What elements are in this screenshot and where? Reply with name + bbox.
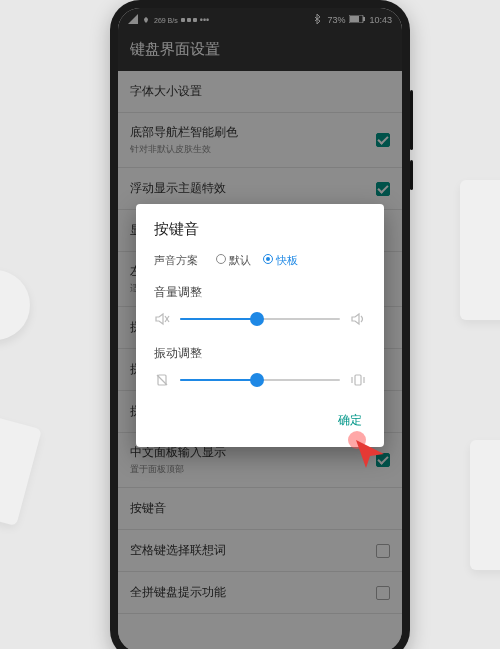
vibrate-slider-row	[154, 372, 366, 388]
desk-prop	[470, 440, 500, 570]
checkbox[interactable]	[376, 544, 390, 558]
sound-scheme-label: 声音方案	[154, 253, 198, 268]
setting-row[interactable]: 空格键选择联想词	[118, 530, 402, 572]
bluetooth-icon	[313, 14, 323, 26]
keysound-dialog: 按键音 声音方案 默认快板 音量调整 振动调整	[136, 204, 384, 447]
setting-label: 按键音	[130, 500, 390, 517]
setting-row[interactable]: 按键音	[118, 488, 402, 530]
signal-icon	[128, 14, 138, 26]
volume-button	[410, 90, 413, 150]
phone-screen: 269 B/s ••• 73% 10:43 键盘界面设置 字体大小设置底部导航栏…	[118, 8, 402, 649]
radio-label: 默认	[229, 254, 251, 266]
svg-rect-7	[355, 375, 361, 385]
desk-prop	[460, 180, 500, 320]
setting-label: 全拼键盘提示功能	[130, 584, 376, 601]
phone-frame: 269 B/s ••• 73% 10:43 键盘界面设置 字体大小设置底部导航栏…	[110, 0, 410, 649]
vibrate-label: 振动调整	[154, 345, 366, 362]
checkbox[interactable]	[376, 586, 390, 600]
ok-button[interactable]: 确定	[334, 406, 366, 435]
setting-label: 字体大小设置	[130, 83, 390, 100]
volume-slider-thumb[interactable]	[250, 312, 264, 326]
desk-prop	[0, 414, 42, 526]
svg-rect-2	[350, 16, 359, 22]
battery-icon	[349, 15, 365, 25]
dialog-title: 按键音	[154, 220, 366, 239]
radio-option[interactable]	[263, 254, 273, 264]
desk-prop	[0, 270, 30, 340]
volume-slider[interactable]	[180, 318, 340, 320]
vibrate-off-icon	[154, 372, 170, 388]
page-title: 键盘界面设置	[118, 30, 402, 71]
more-icon: •••	[200, 15, 209, 25]
mute-icon	[154, 311, 170, 327]
setting-sublabel: 针对非默认皮肤生效	[130, 143, 376, 156]
setting-row[interactable]: 底部导航栏智能刷色针对非默认皮肤生效	[118, 113, 402, 168]
setting-row[interactable]: 字体大小设置	[118, 71, 402, 113]
setting-label: 空格键选择联想词	[130, 542, 376, 559]
clock: 10:43	[369, 15, 392, 25]
vibrate-on-icon	[350, 372, 366, 388]
setting-row[interactable]: 全拼键盘提示功能	[118, 572, 402, 614]
power-button	[410, 160, 413, 190]
wifi-icon	[141, 14, 151, 26]
battery-text: 73%	[327, 15, 345, 25]
setting-label: 浮动显示主题特效	[130, 180, 376, 197]
setting-sublabel: 置于面板顶部	[130, 463, 376, 476]
notification-icons	[181, 18, 197, 22]
checkbox[interactable]	[376, 133, 390, 147]
setting-label: 中文面板输入显示置于面板顶部	[130, 444, 376, 476]
checkbox[interactable]	[376, 182, 390, 196]
speaker-icon	[350, 311, 366, 327]
volume-slider-row	[154, 311, 366, 327]
svg-rect-1	[363, 17, 365, 21]
status-bar: 269 B/s ••• 73% 10:43	[118, 8, 402, 30]
sound-scheme-row: 声音方案 默认快板	[154, 253, 366, 268]
vibrate-slider[interactable]	[180, 379, 340, 381]
setting-label: 底部导航栏智能刷色针对非默认皮肤生效	[130, 124, 376, 156]
radio-label: 快板	[276, 254, 298, 266]
vibrate-slider-thumb[interactable]	[250, 373, 264, 387]
net-speed: 269 B/s	[154, 17, 178, 24]
volume-label: 音量调整	[154, 284, 366, 301]
radio-option[interactable]	[216, 254, 226, 264]
